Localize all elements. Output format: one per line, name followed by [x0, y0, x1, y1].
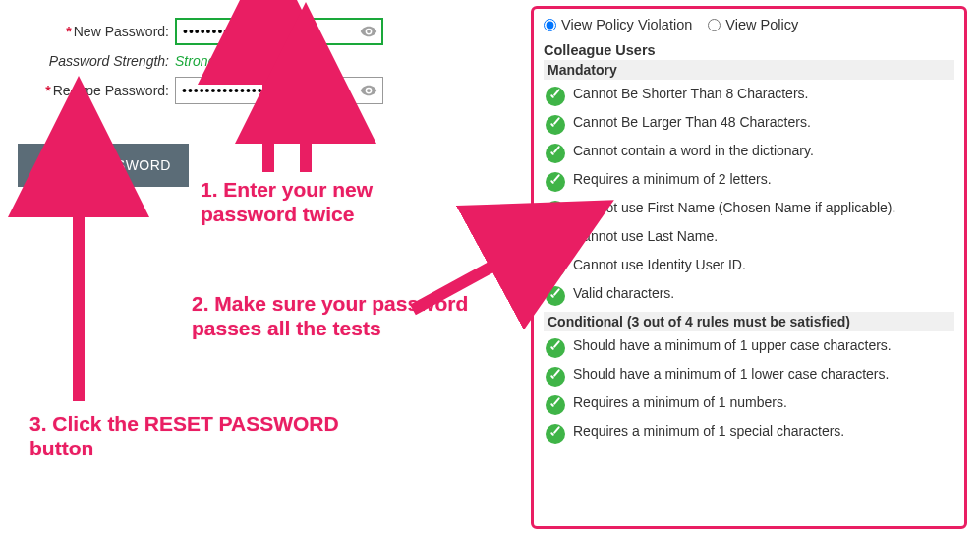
- rule-item: Cannot use Identity User ID.: [544, 253, 954, 281]
- rule-item: Cannot Be Larger Than 48 Characters.: [544, 110, 954, 139]
- radio-view-policy[interactable]: View Policy: [708, 17, 798, 32]
- strength-label: Password Strength:: [18, 53, 175, 69]
- rule-item: Should have a minimum of 1 upper case ch…: [544, 333, 954, 362]
- eye-icon[interactable]: [360, 23, 377, 40]
- annotation-step1-text: 1. Enter your new password twice: [201, 178, 373, 225]
- rule-text: Valid characters.: [573, 285, 674, 303]
- check-icon: [546, 258, 565, 277]
- rule-item: Cannot Be Shorter Than 8 Characters.: [544, 82, 954, 110]
- annotation-step3-text: 3. Click the RESET PASSWORD button: [29, 412, 339, 459]
- rule-text: Requires a minimum of 2 letters.: [573, 171, 772, 189]
- rule-item: Valid characters.: [544, 281, 954, 310]
- rule-item: Cannot use First Name (Chosen Name if ap…: [544, 196, 954, 224]
- rule-text: Requires a minimum of 1 numbers.: [573, 394, 787, 412]
- mandatory-rules-list: Cannot Be Shorter Than 8 Characters.Cann…: [544, 82, 954, 310]
- policy-heading: Colleague Users: [544, 42, 954, 58]
- rule-item: Should have a minimum of 1 lower case ch…: [544, 362, 954, 390]
- check-icon: [546, 229, 565, 249]
- retype-password-label: *Re-type Password:: [18, 83, 175, 98]
- new-password-input[interactable]: [175, 18, 383, 45]
- required-asterisk: *: [66, 24, 71, 39]
- password-form: *New Password: Password Strength: Strong…: [18, 18, 391, 187]
- radio-view-policy-input[interactable]: [708, 19, 721, 31]
- check-icon: [546, 286, 565, 306]
- annotation-step3: 3. Click the RESET PASSWORD button: [29, 411, 354, 460]
- annotation-step1: 1. Enter your new password twice: [201, 177, 427, 226]
- rule-text: Cannot contain a word in the dictionary.: [573, 143, 814, 160]
- check-icon: [546, 367, 565, 387]
- eye-icon[interactable]: [360, 82, 377, 99]
- check-icon: [546, 144, 565, 163]
- new-password-label-text: New Password:: [74, 24, 169, 39]
- check-icon: [546, 338, 565, 358]
- check-icon: [546, 424, 565, 444]
- radio-view-violation-label: View Policy Violation: [561, 17, 692, 32]
- rule-text: Cannot use Identity User ID.: [573, 257, 746, 274]
- rule-item: Requires a minimum of 2 letters.: [544, 167, 954, 196]
- rule-item: Requires a minimum of 1 numbers.: [544, 390, 954, 419]
- strength-row: Password Strength: Strong: [18, 53, 391, 69]
- rule-text: Requires a minimum of 1 special characte…: [573, 423, 844, 441]
- reset-password-button[interactable]: RESET PASSWORD: [18, 144, 189, 187]
- rule-text: Should have a minimum of 1 upper case ch…: [573, 337, 892, 355]
- check-icon: [546, 172, 565, 192]
- retype-password-row: *Re-type Password:: [18, 77, 391, 104]
- radio-view-policy-label: View Policy: [725, 17, 798, 32]
- mandatory-heading: Mandatory: [544, 60, 954, 80]
- rule-item: Cannot use Last Name.: [544, 224, 954, 253]
- rule-item: Requires a minimum of 1 special characte…: [544, 419, 954, 448]
- new-password-wrap: [175, 18, 383, 45]
- retype-password-input[interactable]: [175, 77, 383, 104]
- required-asterisk: *: [45, 83, 50, 98]
- policy-view-toggle: View Policy Violation View Policy: [544, 17, 954, 32]
- rule-text: Cannot use Last Name.: [573, 228, 718, 246]
- conditional-heading: Conditional (3 out of 4 rules must be sa…: [544, 312, 954, 331]
- rule-text: Cannot use First Name (Chosen Name if ap…: [573, 200, 895, 217]
- rule-text: Cannot Be Larger Than 48 Characters.: [573, 114, 811, 132]
- conditional-rules-list: Should have a minimum of 1 upper case ch…: [544, 333, 954, 448]
- policy-panel: View Policy Violation View Policy Collea…: [531, 6, 967, 529]
- annotation-step2-text: 2. Make sure your password passes all th…: [192, 292, 468, 339]
- rule-text: Cannot Be Shorter Than 8 Characters.: [573, 86, 808, 103]
- check-icon: [546, 115, 565, 135]
- check-icon: [546, 395, 565, 415]
- strength-value: Strong: [175, 53, 215, 69]
- radio-view-violation-input[interactable]: [544, 19, 556, 31]
- new-password-label: *New Password:: [18, 24, 175, 39]
- annotation-step2: 2. Make sure your password passes all th…: [192, 291, 516, 340]
- check-icon: [546, 201, 565, 220]
- retype-password-wrap: [175, 77, 383, 104]
- check-icon: [546, 87, 565, 106]
- radio-view-violation[interactable]: View Policy Violation: [544, 17, 692, 32]
- new-password-row: *New Password:: [18, 18, 391, 45]
- rule-item: Cannot contain a word in the dictionary.: [544, 139, 954, 167]
- rule-text: Should have a minimum of 1 lower case ch…: [573, 366, 889, 384]
- retype-password-label-text: Re-type Password:: [53, 83, 169, 98]
